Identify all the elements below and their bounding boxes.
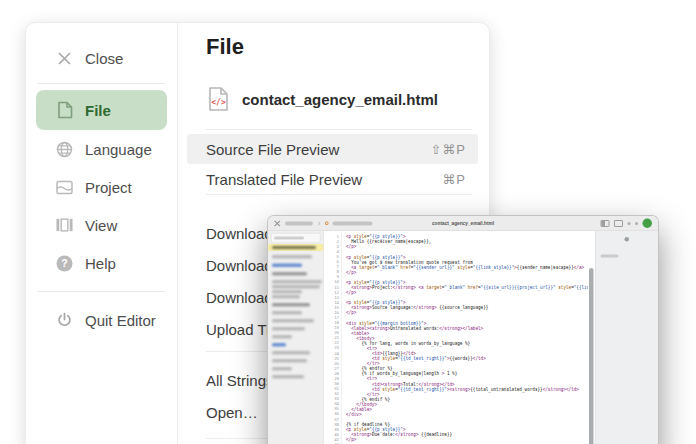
- titlebar-right: [601, 219, 653, 229]
- menu-item-label: Source File Preview: [206, 141, 339, 158]
- sidebar-item-label: Project: [85, 179, 132, 196]
- blurred-string-item: [272, 327, 305, 331]
- gear-icon[interactable]: [625, 237, 630, 242]
- blurred-string-item: [272, 351, 310, 355]
- project-icon: [56, 179, 73, 196]
- blurred-string-item: [272, 290, 302, 294]
- blurred-string-item: [272, 272, 307, 276]
- scrollbar-thumb[interactable]: [589, 268, 594, 444]
- sidebar-item-label: View: [85, 217, 117, 234]
- window-title: contact_agency_email.html: [432, 221, 494, 227]
- blurred-string-item: [268, 244, 324, 251]
- code-editor-area[interactable]: <p style="{{p_style}}"> Hello {{receiver…: [342, 231, 588, 444]
- window-close-icon[interactable]: [274, 220, 281, 227]
- sidebar-item-language[interactable]: Language: [36, 130, 167, 168]
- current-file-name: contact_agency_email.html: [242, 91, 438, 108]
- close-icon: [56, 50, 73, 67]
- blurred-string-item: [272, 311, 302, 315]
- menu-item-label: Open…: [206, 404, 258, 421]
- keyboard-shortcut: ⌘P: [442, 172, 466, 187]
- svg-text:?: ?: [61, 257, 67, 269]
- menu-divider: [206, 194, 472, 195]
- menu-item-translated-file-preview[interactable]: Translated File Preview⌘P: [187, 164, 478, 194]
- menu-item-source-file-preview[interactable]: Source File Preview⇧⌘P: [187, 134, 478, 164]
- blurred-string-item: [272, 359, 307, 363]
- svg-text:</>: </>: [211, 98, 226, 107]
- sidebar-item-view[interactable]: View: [36, 206, 167, 244]
- blurred-string-item: [272, 319, 314, 323]
- globe-icon: [56, 141, 73, 158]
- sidebar-items: FileLanguageProjectView?Help: [36, 90, 167, 282]
- titlebar-left: ›: [274, 220, 373, 228]
- panel-view-icon[interactable]: [614, 220, 623, 227]
- sidebar-item-label: File: [85, 102, 111, 119]
- help-icon: ?: [56, 255, 73, 272]
- strings-panel: [268, 231, 324, 444]
- blurred-string-item: [272, 285, 320, 289]
- blurred-breadcrumb: [333, 221, 373, 225]
- blurred-string-item: [272, 375, 304, 379]
- sidebar-divider: [38, 291, 165, 292]
- blurred-label: [601, 255, 619, 258]
- file-icon: [56, 102, 73, 119]
- sidebar-item-file[interactable]: File: [36, 90, 167, 130]
- sidebar-item-label: Quit Editor: [85, 312, 156, 329]
- line-number-gutter: 1234567891011121314151617181920212223242…: [324, 231, 342, 444]
- keyboard-shortcut: ⇧⌘P: [430, 142, 466, 157]
- menu-dot-icon[interactable]: [628, 222, 631, 225]
- menu-item-label: All Strings: [206, 372, 274, 389]
- blurred-placeholder: [274, 237, 304, 240]
- view-columns-icon: [56, 217, 73, 234]
- sidebar-item-quit-editor[interactable]: Quit Editor: [36, 301, 167, 339]
- search-input[interactable]: [271, 233, 321, 243]
- menu-sidebar: Close FileLanguageProjectView?Help Quit …: [26, 23, 178, 444]
- current-file-row: </> contact_agency_email.html: [208, 85, 489, 113]
- blurred-string-list: [268, 244, 324, 379]
- blurred-string-item: [272, 303, 310, 307]
- chevron-right-icon: ›: [318, 220, 320, 228]
- sidebar-item-project[interactable]: Project: [36, 168, 167, 206]
- file-type-icon: [325, 222, 329, 226]
- sidebar-item-label: Language: [85, 141, 152, 158]
- power-icon: [56, 312, 73, 329]
- blurred-string-item: [272, 280, 322, 284]
- menu-item-label: Download: [206, 225, 273, 242]
- blurred-breadcrumb: [285, 221, 313, 225]
- blurred-string-item: [272, 264, 302, 268]
- menu-item-label: Translated File Preview: [206, 171, 362, 188]
- menu-dot-icon[interactable]: [635, 222, 638, 225]
- avatar[interactable]: [643, 219, 653, 229]
- scrollbar-track[interactable]: [588, 231, 595, 444]
- sidebar-divider: [38, 83, 165, 84]
- sidebar-item-close[interactable]: Close: [36, 39, 167, 77]
- sidebar-item-help[interactable]: ?Help: [36, 244, 167, 282]
- window-titlebar[interactable]: › contact_agency_email.html: [268, 216, 658, 231]
- code-file-icon: </>: [208, 86, 229, 112]
- stage: Close FileLanguageProjectView?Help Quit …: [0, 0, 696, 444]
- menu-group: Source File Preview⇧⌘PTranslated File Pr…: [178, 134, 489, 194]
- page-title: File: [206, 34, 489, 60]
- blurred-string-item: [272, 255, 312, 259]
- blurred-string-item: [272, 295, 300, 299]
- blurred-string-item: [272, 367, 292, 371]
- context-panel: [595, 231, 658, 444]
- split-view-icon[interactable]: [601, 220, 610, 227]
- sidebar-item-label: Close: [85, 50, 123, 67]
- source-preview-window: › contact_agency_email.html: [268, 216, 658, 444]
- blurred-string-item: [272, 335, 292, 339]
- sidebar-item-label: Help: [85, 255, 116, 272]
- blurred-string-item: [272, 343, 286, 347]
- code-content: <p style="{{p_style}}"> Hello {{receiver…: [346, 234, 588, 444]
